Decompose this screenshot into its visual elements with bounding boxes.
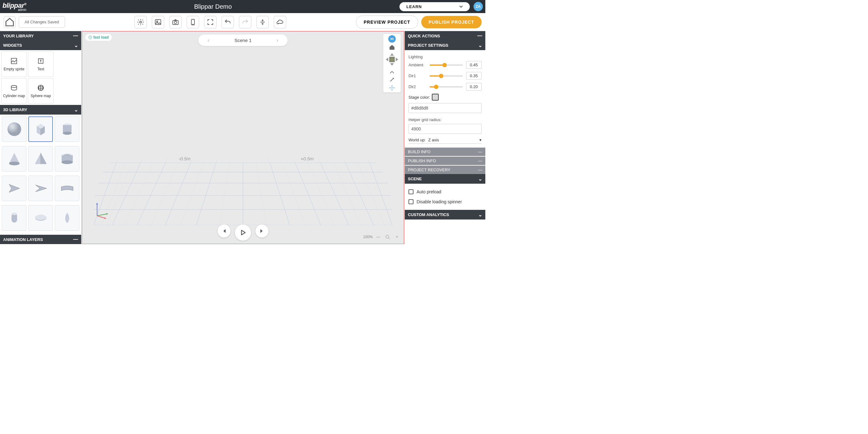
shape-cylinder[interactable]: [55, 116, 79, 142]
dir1-slider[interactable]: [430, 75, 463, 77]
shape-arrow1[interactable]: [2, 176, 26, 201]
animation-layers-header[interactable]: ANIMATION LAYERS—: [0, 235, 81, 244]
shape-capsule[interactable]: [2, 205, 26, 231]
disable-spinner-row[interactable]: Disable loading spinner: [408, 197, 482, 207]
project-recovery-header[interactable]: PROJECT RECOVERY—: [405, 166, 485, 174]
project-settings-header[interactable]: PROJECT SETTINGS⌄: [405, 40, 485, 50]
viewport-tools: 3D: [383, 34, 401, 92]
move-tool-icon[interactable]: [389, 84, 396, 91]
minus-icon: —: [478, 149, 482, 154]
scene-navigator: ‹ Scene 1 ›: [198, 34, 287, 46]
caret-down-icon: ▾: [479, 138, 482, 142]
shape-cube[interactable]: [28, 116, 53, 142]
clock-icon: [88, 35, 92, 39]
scene-name: Scene 1: [234, 38, 251, 43]
gear-icon: [137, 18, 144, 26]
cloud-button[interactable]: [274, 16, 286, 28]
minus-icon: —: [73, 33, 78, 38]
right-sidebar: QUICK ACTIONS— PROJECT SETTINGS⌄ Lightin…: [404, 31, 485, 244]
dir2-slider[interactable]: [430, 86, 463, 87]
shape-disc[interactable]: [28, 205, 53, 231]
redo-icon: [241, 18, 249, 26]
grid-radius-input[interactable]: [408, 124, 482, 134]
learn-dropdown[interactable]: LEARN: [400, 2, 470, 11]
dir1-value[interactable]: 0.35: [466, 72, 482, 80]
fullscreen-button[interactable]: [204, 16, 217, 28]
image-icon: [154, 18, 162, 26]
publish-button[interactable]: PUBLISH PROJECT: [421, 16, 482, 28]
widget-label: Empty sprite: [4, 67, 25, 71]
svg-point-11: [7, 122, 21, 136]
stage-color-swatch[interactable]: [432, 94, 439, 100]
shape-ribbon[interactable]: [55, 176, 79, 201]
chevron-down-icon: ⌄: [74, 42, 78, 48]
widgets-header[interactable]: WIDGETS⌄: [0, 40, 81, 50]
quick-actions-header[interactable]: QUICK ACTIONS—: [405, 31, 485, 40]
build-info-header[interactable]: BUILD INFO—: [405, 148, 485, 156]
svg-point-18: [62, 160, 73, 164]
zoom-reset-button[interactable]: [384, 233, 392, 241]
viewport-container: fast load ‹ Scene 1 › 3D: [82, 31, 404, 244]
device-button[interactable]: [187, 16, 199, 28]
settings-button[interactable]: [134, 16, 147, 28]
collapse-vertical-button[interactable]: [256, 16, 269, 28]
scene-prev-button[interactable]: ‹: [208, 37, 209, 44]
cloud-icon: [276, 18, 284, 26]
custom-analytics-header[interactable]: CUSTOM ANALYTICS⌄: [405, 210, 485, 220]
measurement-left: -0.5m: [179, 156, 190, 161]
scene-next-button[interactable]: ›: [277, 37, 278, 44]
widget-text[interactable]: Text: [28, 51, 54, 77]
shape-arrow2[interactable]: [28, 176, 53, 201]
widget-empty-sprite[interactable]: Empty sprite: [1, 51, 27, 77]
scale-tool-icon[interactable]: [389, 76, 396, 83]
shape-drop[interactable]: [55, 205, 79, 231]
magnifier-icon: [385, 234, 390, 239]
dir2-value[interactable]: 0.20: [466, 83, 482, 91]
shape-pyramid[interactable]: [28, 146, 53, 172]
camera-button[interactable]: [169, 16, 182, 28]
svg-point-14: [63, 132, 71, 135]
redo-button[interactable]: [239, 16, 251, 28]
zoom-value: 100%: [363, 235, 373, 239]
user-avatar[interactable]: ZA: [473, 2, 483, 11]
svg-point-29: [386, 235, 389, 238]
skip-back-button[interactable]: [217, 225, 230, 237]
shape-sphere[interactable]: [2, 116, 26, 142]
top-bar: blippar® admin Blippar Demo LEARN ZA: [0, 0, 485, 13]
view-cube[interactable]: [384, 52, 400, 67]
image-button[interactable]: [152, 16, 164, 28]
zoom-out-button[interactable]: —: [375, 233, 382, 241]
svg-point-2: [156, 21, 158, 22]
publish-info-header[interactable]: PUBLISH INFO—: [405, 156, 485, 165]
ambient-value[interactable]: 0.45: [466, 61, 482, 69]
cylinder-map-icon: [10, 84, 18, 92]
widget-sphere-map[interactable]: Sphere map: [28, 78, 54, 104]
rotate-tool-icon[interactable]: [389, 68, 396, 75]
widget-cylinder-map[interactable]: Cylinder map: [1, 78, 27, 104]
home-button[interactable]: [4, 16, 16, 28]
zoom-controls: 100% — +: [363, 233, 401, 241]
home-view-icon[interactable]: [389, 44, 396, 51]
zoom-in-button[interactable]: +: [393, 233, 401, 241]
preview-button[interactable]: PREVIEW PROJECT: [356, 16, 418, 29]
text-icon: [37, 57, 45, 65]
your-library-header[interactable]: YOUR LIBRARY—: [0, 31, 81, 40]
undo-button[interactable]: [221, 16, 234, 28]
viewport[interactable]: fast load ‹ Scene 1 › 3D: [82, 31, 404, 244]
shape-cone[interactable]: [2, 146, 26, 172]
stage-color-input[interactable]: [408, 103, 482, 113]
skip-fwd-button[interactable]: [255, 225, 269, 237]
ambient-slider[interactable]: [430, 64, 463, 66]
shape-tube[interactable]: [55, 146, 79, 172]
scene-header[interactable]: SCENE⌄: [405, 174, 485, 184]
3d-library-header[interactable]: 3D LIBRARY⌄: [0, 105, 81, 115]
camera-icon: [172, 18, 179, 26]
auto-preload-row[interactable]: Auto preload: [408, 187, 482, 197]
world-up-label: World up:: [408, 138, 426, 142]
3d-badge[interactable]: 3D: [388, 35, 396, 42]
widget-label: Text: [37, 67, 44, 71]
play-button[interactable]: [235, 225, 251, 241]
world-up-value[interactable]: Z axis: [428, 138, 479, 142]
svg-rect-25: [94, 156, 392, 181]
measurement-right: +0.5m: [301, 156, 314, 161]
